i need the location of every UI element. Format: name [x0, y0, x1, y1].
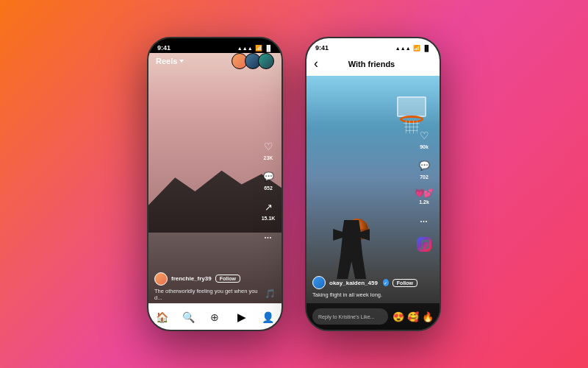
reels-title: Reels [156, 57, 184, 66]
bottom-nav-1: 🏠 🔍 ⊕ ▶ 👤 [148, 303, 282, 330]
status-bar-1: 9:41 ▲▲▲ 📶 ▐▌ [148, 38, 282, 53]
phone2-content: 90k 702 💗 💕 1.2k 🎵 [306, 76, 440, 330]
signal-icon-2: ▲▲▲ [395, 46, 411, 51]
more-icon-2[interactable] [417, 213, 431, 228]
comment-action[interactable]: 652 [261, 169, 276, 191]
username-2[interactable]: okay_kaiden_459 [329, 280, 378, 286]
nav-search[interactable]: 🔍 [181, 310, 196, 325]
bottom-info-1: frenchie_fry39 Follow The otherworldly f… [154, 272, 259, 302]
music-disc-icon[interactable]: 🎵 [417, 237, 431, 252]
story-avatar-3[interactable] [258, 53, 274, 69]
more-action-2[interactable] [417, 213, 431, 228]
phone-reels: 9:41 ▲▲▲ 📶 ▐▌ Reels [147, 37, 283, 331]
comment-icon-2[interactable] [417, 158, 431, 173]
like-action-2[interactable]: 90k [417, 128, 431, 149]
avatar-2[interactable] [312, 276, 326, 289]
sticker-share: 💗 💕 [415, 188, 434, 198]
time-2: 9:41 [315, 44, 329, 52]
like-count: 23K [264, 155, 273, 160]
nav-reels[interactable]: ▶ [234, 310, 249, 325]
user-row-2: okay_kaiden_459 ✓ Follow [312, 276, 417, 289]
follow-button-1[interactable]: Follow [215, 275, 240, 283]
heart-icon[interactable] [261, 139, 276, 154]
like-action[interactable]: 23K [261, 139, 276, 160]
share-icon[interactable] [261, 199, 276, 214]
hoop-board [397, 96, 426, 117]
more-icon[interactable] [261, 230, 276, 244]
nav-home[interactable]: 🏠 [154, 310, 169, 325]
username-1[interactable]: frenchie_fry39 [171, 275, 212, 282]
emoji-love[interactable]: 😍 [392, 311, 404, 322]
user-row-1: frenchie_fry39 Follow [154, 272, 259, 286]
follow-button-2[interactable]: Follow [392, 279, 417, 287]
emoji-fire[interactable]: 🔥 [422, 311, 434, 322]
nav-profile[interactable]: 👤 [261, 310, 276, 325]
signal-icon-1: ▲▲▲ [237, 46, 253, 51]
more-action[interactable] [261, 230, 276, 244]
share-count-2: 1.2k [419, 199, 429, 205]
status-icons-1: ▲▲▲ 📶 ▐▌ [237, 45, 273, 52]
emoji-heart[interactable]: 🥰 [407, 311, 419, 322]
battery-icon-2: ▐▌ [423, 45, 431, 52]
comment-icon[interactable] [261, 169, 276, 184]
caption-1: The otherworldly feeling you get when yo… [154, 288, 259, 302]
bottom-info-2: okay_kaiden_459 ✓ Follow Taking flight i… [312, 276, 417, 299]
reply-bar: Reply to Kristine's Like... 😍 🥰 🔥 [306, 303, 440, 330]
phone-with-friends: 9:41 ▲▲▲ 📶 ▐▌ ‹ With friends [305, 37, 441, 331]
share-action[interactable]: 15.1K [261, 199, 276, 221]
heart-icon-2[interactable] [417, 128, 431, 143]
wifi-icon-1: 📶 [255, 45, 262, 52]
phone1-content: Reels 23K 652 15.1K [148, 53, 282, 330]
share-action-2[interactable]: 💗 💕 1.2k [415, 188, 434, 205]
wifi-icon-2: 📶 [413, 45, 420, 52]
comment-action-2[interactable]: 702 [417, 158, 431, 180]
right-actions-2: 90k 702 💗 💕 1.2k 🎵 [415, 128, 434, 252]
comment-count: 652 [264, 185, 273, 191]
caption-2: Taking flight in all week long. [312, 291, 417, 299]
music-icon: 🎵 [265, 289, 276, 299]
nav-add[interactable]: ⊕ [207, 310, 222, 325]
reply-input-area[interactable]: Reply to Kristine's Like... [312, 308, 388, 325]
time-1: 9:41 [157, 44, 171, 52]
with-friends-title: With friends [318, 60, 425, 68]
music-action-2[interactable]: 🎵 [417, 237, 431, 252]
story-avatars[interactable] [232, 53, 274, 69]
comment-count-2: 702 [420, 174, 429, 180]
avatar-1[interactable] [154, 272, 168, 286]
like-count-2: 90k [420, 144, 429, 149]
reels-title-text: Reels [156, 57, 177, 66]
with-friends-header: ‹ With friends [306, 53, 440, 76]
chevron-down-icon[interactable] [179, 60, 184, 63]
verified-badge: ✓ [383, 279, 389, 286]
reply-placeholder: Reply to Kristine's Like... [318, 314, 374, 319]
battery-icon-1: ▐▌ [265, 45, 273, 52]
right-actions-1: 23K 652 15.1K [261, 139, 276, 244]
emoji-reactions: 😍 🥰 🔥 [392, 311, 434, 322]
status-icons-2: ▲▲▲ 📶 ▐▌ [395, 45, 431, 52]
status-bar-2: 9:41 ▲▲▲ 📶 ▐▌ [306, 38, 440, 53]
reels-header: Reels [148, 53, 282, 74]
share-count: 15.1K [262, 216, 276, 221]
